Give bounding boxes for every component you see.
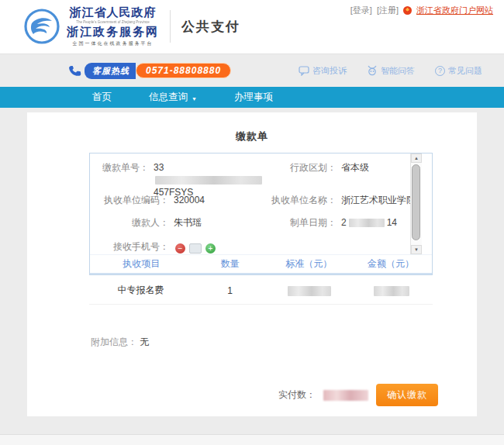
field-agency-code: 执收单位编码： 320004 xyxy=(90,192,262,215)
remove-phone-button[interactable] xyxy=(175,243,185,254)
nav-item-home[interactable]: 首页 xyxy=(74,87,130,108)
form-row: 缴款单号： 33 457FSYS 行政区划： 省本级 xyxy=(90,160,422,192)
gov-portal-link[interactable]: 浙江省政府门户网站 xyxy=(416,5,493,16)
cell-item: 中专报名费 xyxy=(89,284,192,297)
main-nav: 首页 信息查询 办理事项 xyxy=(0,87,504,108)
extra-info-value: 无 xyxy=(140,336,149,347)
quicklinks: 咨询投诉 智能问答 常见问题 xyxy=(299,65,482,77)
zhejiang-gov-logo-icon xyxy=(23,8,60,45)
national-emblem-icon xyxy=(403,6,412,15)
form-row: 执收单位编码： 320004 执收单位名称： 浙江艺术职业学院 xyxy=(90,192,422,215)
payment-form-box: 缴款单号： 33 457FSYS 行政区划： 省本级 执收单位编码： xyxy=(89,153,433,275)
field-bill-no: 缴款单号： 33 457FSYS xyxy=(90,160,262,192)
extra-info-label: 附加信息： xyxy=(91,336,137,347)
payment-panel: 缴款单 缴款单号： 33 457FSYS 行政区划： 省本级 xyxy=(27,112,477,416)
field-agency-name: 执收单位名称： 浙江艺术职业学院 xyxy=(262,192,422,215)
quicklink-faq[interactable]: 常见问题 xyxy=(435,65,482,77)
paid-amount-label: 实付数： xyxy=(278,388,316,402)
nav-item-handle-items[interactable]: 办理事项 xyxy=(216,87,292,108)
redacted-date xyxy=(349,219,385,227)
site-logo: 浙江省人民政府 The People's Government of Zheji… xyxy=(23,7,240,46)
field-phone: 接收手机号： xyxy=(90,239,422,257)
region-label: 行政区划： xyxy=(262,160,337,174)
quicklink-smart-qa[interactable]: 智能问答 xyxy=(367,65,415,77)
page-title: 公共支付 xyxy=(181,18,240,36)
add-phone-button[interactable] xyxy=(205,243,216,254)
field-payer: 缴款人： 朱书瑶 xyxy=(90,215,262,239)
scroll-down-arrow[interactable] xyxy=(411,245,422,254)
nav-item-info-query[interactable]: 信息查询 xyxy=(130,87,216,108)
confirm-payment-button[interactable]: 确认缴款 xyxy=(376,384,438,406)
form-row: 缴款人： 朱书瑶 制单日期： 214 xyxy=(90,215,422,239)
redacted-paid-amount xyxy=(323,390,368,401)
logo-divider xyxy=(170,10,171,43)
logo-text: 浙江省人民政府 The People's Government of Zheji… xyxy=(67,7,159,46)
chevron-down-icon xyxy=(192,92,197,103)
phone-controls xyxy=(169,239,219,257)
date-suffix: 14 xyxy=(387,217,397,228)
sub-header: 客服热线 0571-88808880 咨询投诉 智能问答 常见问题 xyxy=(0,59,504,82)
pay-row: 实付数： 确认缴款 xyxy=(278,384,438,406)
quicklink-label: 智能问答 xyxy=(381,65,415,77)
agency-code-value: 320004 xyxy=(169,192,205,206)
col-header-item: 执收项目 xyxy=(90,257,192,271)
agency-name-value: 浙江艺术职业学院 xyxy=(337,192,416,206)
form-scrollbar xyxy=(410,154,422,254)
field-slip-date: 制单日期： 214 xyxy=(262,215,422,239)
phone-icon xyxy=(67,63,82,78)
nav-label: 信息查询 xyxy=(149,91,188,104)
form-row-phone: 接收手机号： xyxy=(90,239,422,257)
scrollbar-thumb[interactable] xyxy=(412,164,420,240)
login-link[interactable]: [登录] xyxy=(350,5,372,16)
col-header-qty: 数量 xyxy=(192,257,268,271)
date-value: 214 xyxy=(337,215,397,229)
chat-bubble-icon xyxy=(299,65,309,76)
payment-slip-title: 缴款单 xyxy=(27,129,477,143)
date-label: 制单日期： xyxy=(262,215,337,229)
question-circle-icon xyxy=(435,66,445,76)
bill-no-prefix: 33 xyxy=(154,162,164,173)
region-value: 省本级 xyxy=(337,160,369,174)
phone-label: 接收手机号： xyxy=(90,239,169,253)
site-name: 浙江政务服务网 xyxy=(67,26,159,38)
cell-amount xyxy=(350,285,433,295)
agency-name-label: 执收单位名称： xyxy=(262,192,337,206)
col-header-amount: 金额（元） xyxy=(350,257,432,271)
site-tagline: 全国一体化在线政务服务平台 xyxy=(67,41,159,46)
payer-label: 缴款人： xyxy=(90,215,169,229)
gov-name-en: The People's Government of Zhejiang Prov… xyxy=(71,20,154,24)
top-links: [登录] [注册] 浙江省政府门户网站 xyxy=(350,5,493,16)
bill-no-label: 缴款单号： xyxy=(90,160,149,174)
public-payment-page: 浙江省人民政府 The People's Government of Zheji… xyxy=(0,0,504,445)
redacted-amount xyxy=(374,286,409,296)
hotline-number: 0571-88808880 xyxy=(136,63,231,78)
footer-strip xyxy=(0,434,504,445)
hotline: 客服热线 0571-88808880 xyxy=(68,63,231,79)
site-header: 浙江省人民政府 The People's Government of Zheji… xyxy=(0,0,504,54)
quicklink-label: 咨询投诉 xyxy=(312,65,347,77)
gov-name: 浙江省人民政府 xyxy=(67,7,159,19)
extra-info: 附加信息： 无 xyxy=(91,336,149,349)
nav-label: 首页 xyxy=(92,91,112,104)
phone-input[interactable] xyxy=(189,243,202,254)
agency-code-label: 执收单位编码： xyxy=(90,192,169,206)
form-scroll-area: 缴款单号： 33 457FSYS 行政区划： 省本级 执收单位编码： xyxy=(90,154,422,254)
cell-standard xyxy=(268,285,350,295)
col-header-standard: 标准（元） xyxy=(268,257,350,271)
nav-label: 办理事项 xyxy=(234,91,273,104)
charge-table-row: 中专报名费 1 xyxy=(89,277,433,305)
quicklink-label: 常见问题 xyxy=(448,65,482,77)
cell-qty: 1 xyxy=(192,285,268,296)
date-prefix: 2 xyxy=(341,217,347,228)
payer-value: 朱书瑶 xyxy=(169,215,202,229)
register-link[interactable]: [注册] xyxy=(377,5,399,16)
field-region: 行政区划： 省本级 xyxy=(262,160,422,192)
robot-icon xyxy=(367,65,378,76)
hotline-label: 客服热线 xyxy=(85,63,136,79)
redacted-standard xyxy=(288,286,331,296)
quicklink-consult-complaint[interactable]: 咨询投诉 xyxy=(299,65,347,77)
scroll-up-arrow[interactable] xyxy=(411,154,422,163)
redacted-bill-no xyxy=(155,176,262,185)
